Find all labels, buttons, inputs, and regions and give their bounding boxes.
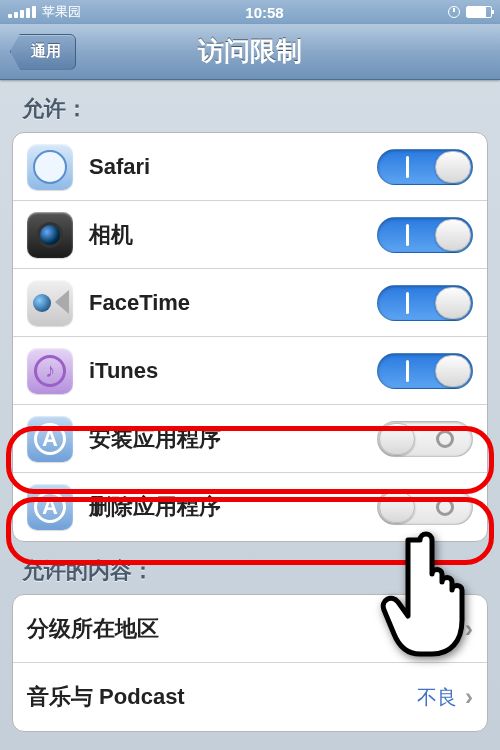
toggle-camera[interactable] [377,217,473,253]
safari-icon [27,144,73,190]
back-button-label: 通用 [31,42,61,61]
facetime-icon [27,280,73,326]
toggle-facetime[interactable] [377,285,473,321]
alarm-icon [448,6,460,18]
row-value: 不良 [417,684,457,711]
camera-icon [27,212,73,258]
row-facetime[interactable]: FaceTime [13,269,487,337]
signal-bars-icon [8,6,36,18]
row-music-podcast[interactable]: 音乐与 Podcast 不良 › [13,663,487,731]
row-safari[interactable]: Safari [13,133,487,201]
toggle-itunes[interactable] [377,353,473,389]
hand-cursor-icon [378,522,498,666]
row-label: 相机 [89,220,377,250]
appstore-icon: A [27,416,73,462]
toggle-install-apps[interactable] [377,421,473,457]
toggle-delete-apps[interactable] [377,489,473,525]
row-label: iTunes [89,358,377,384]
status-bar: 苹果园 10:58 [0,0,500,24]
row-label: 分级所在地区 [27,614,417,644]
svg-point-0 [34,151,66,183]
row-label: Safari [89,154,377,180]
appstore-icon: A [27,484,73,530]
row-itunes[interactable]: ♪ iTunes [13,337,487,405]
row-camera[interactable]: 相机 [13,201,487,269]
page-title: 访问限制 [198,34,302,69]
chevron-right-icon: › [465,683,473,711]
nav-bar: 通用 访问限制 [0,24,500,80]
carrier-label: 苹果园 [42,3,81,21]
row-install-apps[interactable]: A 安装应用程序 [13,405,487,473]
row-label: 音乐与 Podcast [27,682,417,712]
clock-time: 10:58 [245,4,283,21]
battery-icon [466,6,492,18]
row-label: 安装应用程序 [89,424,377,454]
toggle-safari[interactable] [377,149,473,185]
itunes-icon: ♪ [27,348,73,394]
back-button[interactable]: 通用 [10,34,76,70]
row-label: 删除应用程序 [89,492,377,522]
row-label: FaceTime [89,290,377,316]
allow-group: Safari 相机 FaceTime ♪ iTunes A 安装应用程序 A 删… [12,132,488,542]
section-header-allow: 允许： [0,80,500,132]
